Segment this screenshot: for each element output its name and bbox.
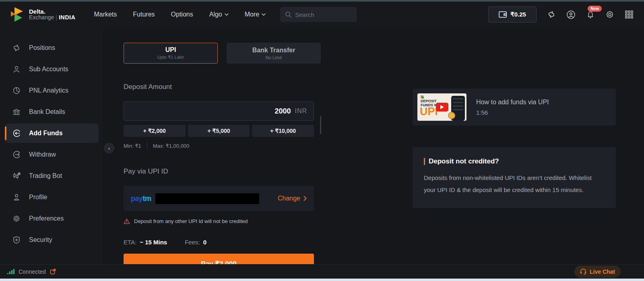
pay-button[interactable]: Pay ₹2,000	[124, 254, 314, 264]
info-body: Deposits from non-whitelisted UPI IDs ar…	[424, 172, 593, 196]
upi-id-card: paytm Change	[124, 186, 314, 211]
brand-name: Delta.	[29, 8, 75, 15]
warning-text: Deposit from any other UPI Id will not b…	[134, 218, 248, 224]
video-duration: 1:56	[476, 109, 549, 116]
eta-label: ETA:	[124, 239, 136, 246]
search-icon	[285, 11, 291, 18]
connection-status: Connected	[7, 269, 56, 275]
withdraw-icon	[12, 150, 21, 159]
change-upi-link[interactable]: Change	[278, 195, 307, 202]
chevron-right-icon	[303, 196, 307, 201]
pay-via-upi-heading: Pay via UPI ID	[124, 167, 321, 176]
top-navbar: Delta. Exchange|INDIA Markets Futures Op…	[0, 2, 644, 27]
chevron-down-icon	[262, 13, 266, 16]
eta-fees-row: ETA: ~ 15 Mins Fees: 0	[124, 239, 321, 246]
quick-amount-row: + ₹2,000 + ₹5,000 + ₹10,000	[124, 125, 314, 137]
amount-input-container: INR	[124, 101, 314, 121]
video-title: How to add funds via UPI	[476, 99, 549, 106]
quick-add-5000-button[interactable]: + ₹5,000	[188, 125, 250, 137]
info-title: Deposit not credited?	[429, 157, 499, 165]
security-icon	[12, 236, 21, 244]
nav-options[interactable]: Options	[171, 11, 193, 18]
apps-grid-icon[interactable]	[625, 10, 634, 19]
tutorial-video-card[interactable]: DEPOSIT FUNDS WITH UPI How to add funds …	[413, 89, 616, 126]
sidebar-collapse-button[interactable]: ‹	[104, 143, 114, 153]
scrollbar-thumb[interactable]	[320, 116, 321, 134]
positions-icon	[12, 43, 21, 52]
add-funds-page: UPI Upto ₹1 Lakh Bank Transfer No Limit …	[103, 27, 644, 264]
status-bar: Connected Live Chat	[0, 264, 644, 279]
brand-region: INDIA	[59, 14, 75, 21]
sidebar-item-bank-details[interactable]: Bank Details	[5, 102, 99, 122]
eta-value: ~ 15 Mins	[140, 239, 167, 246]
search-input[interactable]	[295, 11, 347, 18]
wallet-balance-button[interactable]: ₹0.25	[488, 6, 537, 23]
play-button-icon	[436, 103, 448, 112]
paytm-logo: paytm	[131, 194, 151, 203]
new-badge: New	[588, 6, 602, 12]
min-limit: Min: ₹1	[124, 143, 141, 149]
video-thumbnail: DEPOSIT FUNDS WITH UPI	[417, 93, 466, 121]
fees-value: 0	[203, 239, 206, 246]
upi-id-redacted	[155, 193, 259, 204]
brand-subname: Exchange	[29, 14, 54, 21]
deposit-amount-input[interactable]	[154, 107, 291, 116]
search-box[interactable]	[280, 7, 357, 22]
headset-icon	[580, 269, 586, 275]
settings-icon[interactable]	[605, 10, 614, 19]
deposit-method-tabs: UPI Upto ₹1 Lakh Bank Transfer No Limit	[124, 43, 321, 64]
window-bottom-edge	[0, 279, 644, 281]
sidebar-item-security[interactable]: Security	[5, 230, 99, 250]
thumb-logo-icon	[421, 95, 423, 98]
warning-icon	[124, 218, 130, 224]
sidebar-item-sub-accounts[interactable]: Sub Accounts	[5, 60, 99, 79]
profile-icon[interactable]	[566, 10, 576, 19]
bank-details-icon	[12, 107, 21, 116]
coin-graphic	[448, 112, 455, 119]
wallet-icon	[499, 11, 507, 18]
limits-row: Min: ₹1 Max: ₹1,00,000	[124, 143, 321, 149]
main-nav: Markets Futures Options Algo More	[94, 11, 266, 18]
sidebar-item-positions[interactable]: Positions	[5, 38, 99, 58]
quick-add-10000-button[interactable]: + ₹10,000	[252, 125, 314, 137]
pnl-analytics-icon	[12, 86, 21, 95]
quick-add-2000-button[interactable]: + ₹2,000	[124, 125, 186, 137]
sidebar-item-trading-bot[interactable]: Trading Bot	[5, 166, 99, 186]
delta-logo-icon	[10, 7, 24, 22]
signal-bars-icon	[7, 269, 14, 274]
sub-accounts-icon	[12, 65, 21, 74]
trading-bot-icon	[12, 171, 21, 180]
preferences-icon	[12, 214, 21, 223]
sidebar-item-add-funds[interactable]: Add Funds	[5, 124, 99, 143]
brand-logo[interactable]: Delta. Exchange|INDIA	[10, 7, 75, 22]
transfer-icon[interactable]	[547, 10, 556, 19]
wallet-balance: ₹0.25	[510, 11, 526, 18]
sidebar-item-pnl-analytics[interactable]: PNL Analytics	[5, 81, 99, 100]
tab-upi[interactable]: UPI Upto ₹1 Lakh	[124, 43, 218, 64]
accent-bar	[424, 158, 425, 165]
chevron-down-icon	[225, 13, 229, 16]
nav-markets[interactable]: Markets	[94, 11, 117, 18]
nav-futures[interactable]: Futures	[133, 11, 155, 18]
fees-label: Fees:	[185, 239, 200, 246]
external-link-icon[interactable]	[50, 269, 56, 275]
help-panel: DEPOSIT FUNDS WITH UPI How to add funds …	[413, 89, 616, 208]
live-chat-button[interactable]: Live Chat	[574, 266, 621, 278]
deposit-amount-heading: Deposit Amount	[124, 83, 321, 91]
add-funds-icon	[12, 129, 21, 138]
tab-bank-transfer[interactable]: Bank Transfer No Limit	[227, 43, 321, 64]
currency-label: INR	[295, 107, 307, 115]
upi-warning: Deposit from any other UPI Id will not b…	[124, 218, 321, 224]
profile-icon	[12, 193, 21, 202]
nav-more[interactable]: More	[245, 11, 266, 18]
sidebar-item-preferences[interactable]: Preferences	[5, 209, 99, 228]
sidebar: Positions Sub Accounts PNL Analytics Ban…	[0, 27, 103, 264]
deposit-not-credited-box: Deposit not credited? Deposits from non-…	[413, 147, 616, 208]
nav-algo[interactable]: Algo	[209, 11, 229, 18]
sidebar-item-withdraw[interactable]: Withdraw	[5, 145, 99, 164]
notifications-icon[interactable]: New	[586, 10, 595, 19]
max-limit: Max: ₹1,00,000	[153, 143, 190, 149]
sidebar-item-profile[interactable]: Profile	[5, 188, 99, 207]
